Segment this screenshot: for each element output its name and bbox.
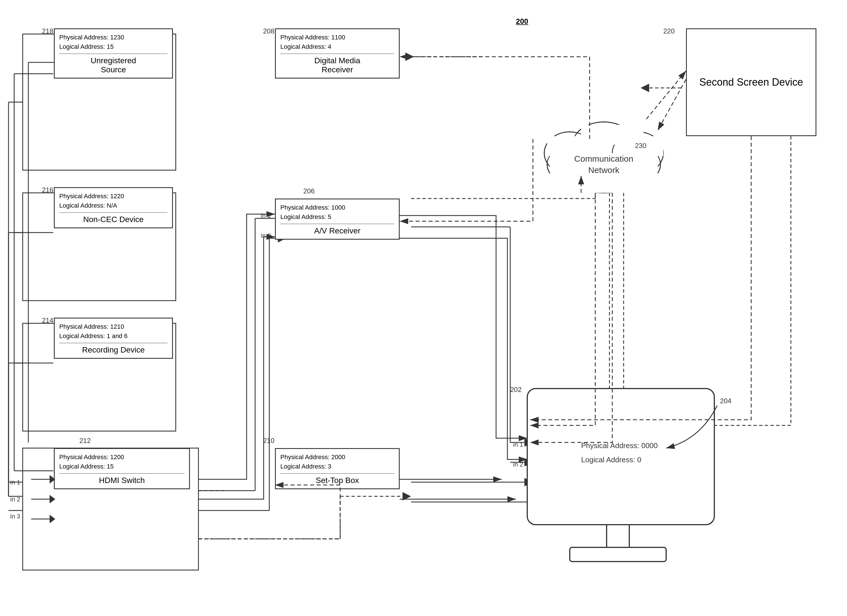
stb-logical: Logical Address: 3: [280, 462, 394, 471]
stb-name: Set-Top Box: [280, 476, 394, 485]
recording-addresses: Physical Address: 1210 Logical Address: …: [59, 322, 168, 343]
hdmi-switch-box: Physical Address: 1200 Logical Address: …: [54, 448, 190, 489]
svg-marker-52: [403, 492, 411, 501]
label-206: 206: [303, 187, 315, 195]
dmr-name: Digital MediaReceiver: [280, 56, 394, 74]
recording-logical: Logical Address: 1 and 6: [59, 331, 168, 341]
av-in1: in 1: [261, 212, 271, 220]
non-cec-addresses: Physical Address: 1220 Logical Address: …: [59, 191, 168, 213]
tv-in1: in 1: [513, 441, 523, 448]
hdmi-physical: Physical Address: 1200: [59, 452, 184, 462]
stb-physical: Physical Address: 2000: [280, 452, 394, 462]
svg-text:Physical Address: 0000: Physical Address: 0000: [581, 441, 658, 450]
tv-in2: in 2: [513, 461, 523, 468]
unregistered-source-addresses: Physical Address: 1230 Logical Address: …: [59, 32, 168, 54]
label-220: 220: [663, 27, 675, 35]
non-cec-logical: Logical Address: N/A: [59, 201, 168, 210]
recording-physical: Physical Address: 1210: [59, 322, 168, 331]
hdmi-in1: in 1: [10, 479, 20, 486]
label-208: 208: [263, 27, 274, 35]
av-receiver-box: Physical Address: 1000 Logical Address: …: [275, 198, 400, 240]
svg-marker-38: [640, 84, 649, 92]
label-230: 230: [635, 142, 646, 150]
label-202: 202: [510, 386, 522, 394]
svg-marker-36: [405, 52, 414, 61]
digital-media-receiver-box: Physical Address: 1100 Logical Address: …: [275, 28, 400, 78]
hdmi-switch-name: HDMI Switch: [59, 476, 184, 485]
unregistered-source-box: Physical Address: 1230 Logical Address: …: [54, 28, 173, 78]
stb-addresses: Physical Address: 2000 Logical Address: …: [280, 452, 394, 474]
hdmi-logical: Logical Address: 15: [59, 462, 184, 471]
av-in2: in 2: [261, 232, 271, 239]
second-screen-name: Second Screen Device: [699, 75, 803, 89]
label-210: 210: [263, 437, 274, 445]
dmr-physical: Physical Address: 1100: [280, 32, 394, 42]
av-logical: Logical Address: 5: [280, 212, 394, 222]
hdmi-in2: in 2: [10, 496, 20, 503]
svg-text:Logical Address: 0: Logical Address: 0: [581, 455, 641, 464]
unregistered-logical: Logical Address: 15: [59, 42, 168, 51]
non-cec-box: Physical Address: 1220 Logical Address: …: [54, 187, 173, 228]
svg-text:Communication: Communication: [574, 154, 633, 163]
non-cec-physical: Physical Address: 1220: [59, 191, 168, 201]
svg-rect-73: [570, 547, 666, 561]
second-screen-box: Second Screen Device: [686, 28, 816, 136]
diagram-container: 200 Physical Address: 1230 Logical Addre…: [0, 0, 847, 616]
label-218: 218: [42, 27, 53, 35]
non-cec-name: Non-CEC Device: [59, 215, 168, 224]
svg-text:Network: Network: [588, 165, 620, 175]
recording-device-name: Recording Device: [59, 346, 168, 355]
av-addresses: Physical Address: 1000 Logical Address: …: [280, 203, 394, 224]
unregistered-source-name: UnregisteredSource: [59, 56, 168, 74]
recording-device-box: Physical Address: 1210 Logical Address: …: [54, 318, 173, 359]
label-212: 212: [80, 437, 91, 445]
set-top-box: Physical Address: 2000 Logical Address: …: [275, 448, 400, 489]
hdmi-addresses: Physical Address: 1200 Logical Address: …: [59, 452, 184, 474]
tv-display: Physical Address: 0000 Logical Address: …: [524, 386, 717, 584]
dmr-addresses: Physical Address: 1100 Logical Address: …: [280, 32, 394, 54]
av-physical: Physical Address: 1000: [280, 203, 394, 212]
diagram-title: 200: [516, 17, 528, 26]
hdmi-in3: in 3: [10, 513, 20, 520]
unregistered-physical: Physical Address: 1230: [59, 32, 168, 42]
label-216: 216: [42, 186, 53, 194]
label-204: 204: [720, 397, 731, 405]
av-receiver-name: A/V Receiver: [280, 226, 394, 235]
dmr-logical: Logical Address: 4: [280, 42, 394, 51]
svg-rect-72: [606, 525, 629, 547]
label-214: 214: [42, 316, 53, 325]
communication-network-cloud: Communication Network: [533, 108, 675, 204]
